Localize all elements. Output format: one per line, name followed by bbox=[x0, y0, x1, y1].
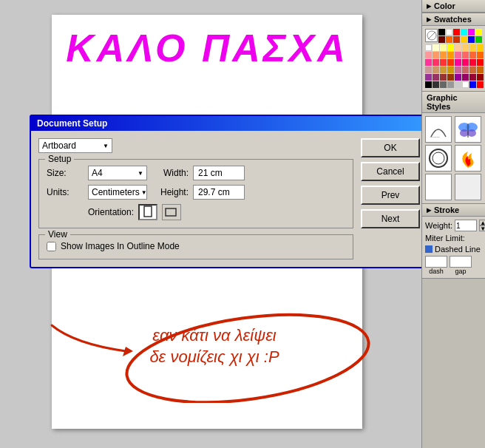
swatch-15[interactable] bbox=[477, 52, 484, 58]
swatch-4[interactable] bbox=[455, 44, 461, 51]
height-input[interactable] bbox=[193, 185, 245, 200]
weight-spinner[interactable]: ▲ ▼ bbox=[479, 220, 485, 231]
swatch-orange[interactable] bbox=[446, 36, 452, 43]
swatch-47[interactable] bbox=[477, 81, 484, 88]
swatch-23[interactable] bbox=[477, 59, 484, 66]
swatch-1[interactable] bbox=[433, 44, 439, 51]
swatch-0[interactable] bbox=[425, 44, 432, 51]
swatch-green[interactable] bbox=[475, 36, 482, 43]
swatch-7[interactable] bbox=[477, 44, 484, 51]
swatches-panel-header: ▶ Swatches bbox=[422, 13, 485, 26]
swatch-8[interactable] bbox=[425, 52, 432, 58]
swatch-35[interactable] bbox=[447, 74, 454, 81]
dialog-left: Artboard ▼ Setup Size: A4 ▼ Width: bbox=[38, 138, 353, 259]
swatch-16[interactable] bbox=[425, 59, 432, 66]
swatch-fire[interactable] bbox=[453, 36, 460, 43]
miter-row: Miter Limit: bbox=[425, 234, 482, 242]
dash-input[interactable] bbox=[425, 256, 447, 268]
swatch-30[interactable] bbox=[469, 67, 476, 73]
ok-button[interactable]: OK bbox=[361, 138, 420, 157]
swatch-46[interactable] bbox=[469, 81, 476, 88]
swatch-12[interactable] bbox=[455, 52, 461, 58]
swatch-19[interactable] bbox=[447, 59, 454, 66]
swatch-34[interactable] bbox=[440, 74, 447, 81]
units-dropdown[interactable]: Centimeters ▼ bbox=[88, 185, 147, 200]
swatch-33[interactable] bbox=[433, 74, 439, 81]
swatch-gold[interactable] bbox=[461, 36, 467, 43]
swatch-black[interactable] bbox=[438, 29, 445, 35]
weight-input[interactable] bbox=[455, 220, 477, 231]
swatch-18[interactable] bbox=[440, 59, 447, 66]
swatch-38[interactable] bbox=[469, 74, 476, 81]
swatch-cyan[interactable] bbox=[461, 29, 467, 35]
landscape-button[interactable] bbox=[162, 204, 181, 220]
svg-rect-0 bbox=[144, 206, 152, 217]
swatch-36[interactable] bbox=[455, 74, 461, 81]
swatch-6[interactable] bbox=[469, 44, 476, 51]
next-button[interactable]: Next bbox=[361, 209, 420, 228]
width-label: Width: bbox=[152, 168, 189, 178]
swatch-45[interactable] bbox=[462, 81, 469, 88]
swatch-20[interactable] bbox=[455, 59, 461, 66]
swatch-39[interactable] bbox=[477, 74, 484, 81]
prev-button[interactable]: Prev bbox=[361, 186, 420, 205]
cancel-button[interactable]: Cancel bbox=[361, 162, 420, 181]
swatch-43[interactable] bbox=[447, 81, 454, 88]
swatch-32[interactable] bbox=[425, 74, 432, 81]
width-input[interactable] bbox=[193, 166, 245, 180]
units-value: Centimeters bbox=[92, 187, 140, 197]
color-panel: ▶ Color bbox=[422, 0, 485, 13]
swatch-44[interactable] bbox=[455, 81, 461, 88]
swatch-white[interactable] bbox=[446, 29, 452, 35]
swatch-42[interactable] bbox=[440, 81, 447, 88]
size-dropdown[interactable]: A4 ▼ bbox=[88, 166, 147, 180]
swatch-magenta[interactable] bbox=[468, 29, 475, 35]
gs-item-1[interactable]: ~~~ bbox=[425, 116, 452, 143]
swatch-11[interactable] bbox=[447, 52, 454, 58]
swatch-29[interactable] bbox=[462, 67, 469, 73]
swatch-red1[interactable] bbox=[453, 29, 460, 35]
gap-input[interactable] bbox=[450, 256, 472, 268]
artboard-dropdown[interactable]: Artboard ▼ bbox=[38, 138, 112, 153]
swatch-24[interactable] bbox=[425, 67, 432, 73]
gs-item-fire[interactable] bbox=[455, 145, 481, 172]
swatches-arrow-icon: ▶ bbox=[427, 16, 431, 23]
swatch-21[interactable] bbox=[462, 59, 469, 66]
swatch-2[interactable] bbox=[440, 44, 447, 51]
size-row: Size: A4 ▼ Width: bbox=[47, 166, 345, 180]
swatch-27[interactable] bbox=[447, 67, 454, 73]
gs-item-empty2[interactable] bbox=[455, 174, 481, 200]
artboard-label: Artboard bbox=[42, 140, 76, 151]
graphic-styles-header: Graphic Styles bbox=[422, 92, 485, 113]
show-images-checkbox[interactable] bbox=[47, 242, 56, 251]
gs-item-empty1[interactable] bbox=[425, 174, 452, 200]
swatch-25[interactable] bbox=[433, 67, 439, 73]
color-panel-title: Color bbox=[434, 1, 455, 10]
portrait-button[interactable] bbox=[138, 204, 157, 220]
swatch-22[interactable] bbox=[469, 59, 476, 66]
swatch-10[interactable] bbox=[440, 52, 447, 58]
gs-item-circle[interactable] bbox=[425, 145, 452, 172]
swatch-darkred[interactable] bbox=[438, 36, 445, 43]
swatch-5[interactable] bbox=[462, 44, 469, 51]
swatch-blue[interactable] bbox=[468, 36, 475, 43]
swatch-37[interactable] bbox=[462, 74, 469, 81]
swatches-top-row bbox=[425, 29, 482, 43]
gs-item-butterfly[interactable] bbox=[455, 116, 481, 143]
swatch-28[interactable] bbox=[455, 67, 461, 73]
swatch-3[interactable] bbox=[447, 44, 454, 51]
swatch-9[interactable] bbox=[433, 52, 439, 58]
swatch-yellow[interactable] bbox=[475, 29, 482, 35]
dialog-titlebar: Document Setup bbox=[31, 116, 427, 131]
swatch-13[interactable] bbox=[462, 52, 469, 58]
swatch-26[interactable] bbox=[440, 67, 447, 73]
show-images-row: Show Images In Outline Mode bbox=[47, 241, 345, 251]
swatch-31[interactable] bbox=[477, 67, 484, 73]
swatch-17[interactable] bbox=[433, 59, 439, 66]
swatch-14[interactable] bbox=[469, 52, 476, 58]
page-heading: ΚΑΛΟ ΠΑΣΧΑ bbox=[52, 26, 362, 70]
artboard-row: Artboard ▼ bbox=[38, 138, 353, 153]
swatch-41[interactable] bbox=[433, 81, 439, 88]
swatch-40[interactable] bbox=[425, 81, 432, 88]
none-swatch[interactable] bbox=[425, 29, 438, 42]
